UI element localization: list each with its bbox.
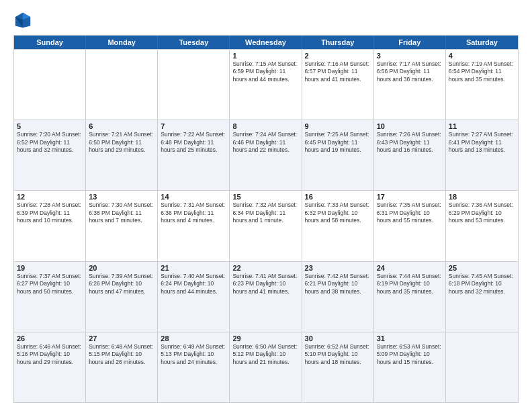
page: SundayMondayTuesdayWednesdayThursdayFrid… bbox=[0, 0, 532, 411]
day-info: Sunrise: 7:32 AM Sunset: 6:34 PM Dayligh… bbox=[232, 201, 298, 224]
day-info: Sunrise: 7:17 AM Sunset: 6:56 PM Dayligh… bbox=[377, 60, 443, 83]
day-cell-5: 5Sunrise: 7:20 AM Sunset: 6:52 PM Daylig… bbox=[14, 120, 86, 190]
day-cell-17: 17Sunrise: 7:35 AM Sunset: 6:31 PM Dayli… bbox=[374, 191, 446, 261]
day-number: 14 bbox=[161, 193, 226, 201]
day-cell-19: 19Sunrise: 7:37 AM Sunset: 6:27 PM Dayli… bbox=[14, 262, 86, 332]
day-cell-25: 25Sunrise: 7:45 AM Sunset: 6:18 PM Dayli… bbox=[446, 262, 518, 332]
day-number: 8 bbox=[232, 122, 298, 130]
day-cell-1: 1Sunrise: 7:15 AM Sunset: 6:59 PM Daylig… bbox=[230, 50, 302, 120]
day-number: 6 bbox=[89, 122, 154, 130]
day-cell-18: 18Sunrise: 7:36 AM Sunset: 6:29 PM Dayli… bbox=[446, 191, 518, 261]
day-number: 13 bbox=[89, 193, 154, 201]
day-info: Sunrise: 7:42 AM Sunset: 6:21 PM Dayligh… bbox=[305, 273, 371, 295]
day-cell-22: 22Sunrise: 7:41 AM Sunset: 6:23 PM Dayli… bbox=[230, 262, 302, 332]
day-number: 9 bbox=[305, 122, 371, 130]
day-cell-empty-0-2 bbox=[158, 50, 230, 120]
day-cell-12: 12Sunrise: 7:28 AM Sunset: 6:39 PM Dayli… bbox=[14, 191, 86, 261]
day-cell-30: 30Sunrise: 6:52 AM Sunset: 5:10 PM Dayli… bbox=[302, 332, 374, 402]
day-number: 12 bbox=[17, 193, 83, 201]
day-number: 21 bbox=[161, 264, 226, 272]
day-info: Sunrise: 7:16 AM Sunset: 6:57 PM Dayligh… bbox=[305, 60, 371, 83]
calendar: SundayMondayTuesdayWednesdayThursdayFrid… bbox=[13, 35, 519, 403]
day-number: 1 bbox=[232, 52, 298, 60]
day-number: 18 bbox=[449, 193, 515, 201]
day-info: Sunrise: 7:24 AM Sunset: 6:46 PM Dayligh… bbox=[232, 131, 298, 154]
day-number: 24 bbox=[377, 264, 443, 272]
logo bbox=[13, 11, 35, 30]
day-number: 19 bbox=[17, 264, 83, 272]
day-number: 2 bbox=[305, 52, 371, 60]
day-info: Sunrise: 7:45 AM Sunset: 6:18 PM Dayligh… bbox=[449, 273, 515, 295]
day-cell-23: 23Sunrise: 7:42 AM Sunset: 6:21 PM Dayli… bbox=[302, 262, 374, 332]
day-info: Sunrise: 6:52 AM Sunset: 5:10 PM Dayligh… bbox=[305, 343, 371, 366]
day-number: 10 bbox=[377, 122, 443, 130]
weekday-header-thursday: Thursday bbox=[302, 36, 374, 49]
calendar-row-4: 19Sunrise: 7:37 AM Sunset: 6:27 PM Dayli… bbox=[14, 261, 518, 332]
day-cell-29: 29Sunrise: 6:50 AM Sunset: 5:12 PM Dayli… bbox=[230, 332, 302, 402]
day-number: 16 bbox=[305, 193, 371, 201]
day-number: 20 bbox=[89, 264, 154, 272]
day-number: 15 bbox=[232, 193, 298, 201]
day-info: Sunrise: 7:30 AM Sunset: 6:38 PM Dayligh… bbox=[89, 201, 154, 224]
day-info: Sunrise: 7:26 AM Sunset: 6:43 PM Dayligh… bbox=[377, 131, 443, 154]
calendar-row-2: 5Sunrise: 7:20 AM Sunset: 6:52 PM Daylig… bbox=[14, 120, 518, 190]
day-info: Sunrise: 7:37 AM Sunset: 6:27 PM Dayligh… bbox=[17, 273, 83, 295]
day-cell-3: 3Sunrise: 7:17 AM Sunset: 6:56 PM Daylig… bbox=[374, 50, 446, 120]
day-cell-14: 14Sunrise: 7:31 AM Sunset: 6:36 PM Dayli… bbox=[158, 191, 230, 261]
day-info: Sunrise: 7:44 AM Sunset: 6:19 PM Dayligh… bbox=[377, 273, 443, 295]
day-cell-11: 11Sunrise: 7:27 AM Sunset: 6:41 PM Dayli… bbox=[446, 120, 518, 190]
day-number: 22 bbox=[232, 264, 298, 272]
day-cell-20: 20Sunrise: 7:39 AM Sunset: 6:26 PM Dayli… bbox=[86, 262, 158, 332]
day-cell-8: 8Sunrise: 7:24 AM Sunset: 6:46 PM Daylig… bbox=[230, 120, 302, 190]
day-info: Sunrise: 7:41 AM Sunset: 6:23 PM Dayligh… bbox=[232, 273, 298, 295]
day-number: 30 bbox=[305, 334, 371, 342]
day-number: 23 bbox=[305, 264, 371, 272]
day-cell-27: 27Sunrise: 6:48 AM Sunset: 5:15 PM Dayli… bbox=[86, 332, 158, 402]
day-number: 7 bbox=[161, 122, 226, 130]
day-info: Sunrise: 7:31 AM Sunset: 6:36 PM Dayligh… bbox=[161, 201, 226, 224]
day-cell-24: 24Sunrise: 7:44 AM Sunset: 6:19 PM Dayli… bbox=[374, 262, 446, 332]
day-number: 25 bbox=[449, 264, 515, 272]
day-number: 29 bbox=[232, 334, 298, 342]
weekday-header-saturday: Saturday bbox=[446, 36, 518, 49]
day-info: Sunrise: 6:49 AM Sunset: 5:13 PM Dayligh… bbox=[161, 343, 226, 366]
day-cell-empty-4-6 bbox=[446, 332, 518, 402]
day-cell-6: 6Sunrise: 7:21 AM Sunset: 6:50 PM Daylig… bbox=[86, 120, 158, 190]
day-info: Sunrise: 6:46 AM Sunset: 5:16 PM Dayligh… bbox=[17, 343, 83, 366]
calendar-header: SundayMondayTuesdayWednesdayThursdayFrid… bbox=[14, 36, 518, 49]
day-info: Sunrise: 7:36 AM Sunset: 6:29 PM Dayligh… bbox=[449, 201, 515, 224]
weekday-header-tuesday: Tuesday bbox=[158, 36, 230, 49]
day-cell-4: 4Sunrise: 7:19 AM Sunset: 6:54 PM Daylig… bbox=[446, 50, 518, 120]
day-cell-9: 9Sunrise: 7:25 AM Sunset: 6:45 PM Daylig… bbox=[302, 120, 374, 190]
day-cell-13: 13Sunrise: 7:30 AM Sunset: 6:38 PM Dayli… bbox=[86, 191, 158, 261]
day-cell-28: 28Sunrise: 6:49 AM Sunset: 5:13 PM Dayli… bbox=[158, 332, 230, 402]
calendar-row-5: 26Sunrise: 6:46 AM Sunset: 5:16 PM Dayli… bbox=[14, 332, 518, 402]
day-info: Sunrise: 7:27 AM Sunset: 6:41 PM Dayligh… bbox=[449, 131, 515, 154]
day-info: Sunrise: 7:25 AM Sunset: 6:45 PM Dayligh… bbox=[305, 131, 371, 154]
day-cell-31: 31Sunrise: 6:53 AM Sunset: 5:09 PM Dayli… bbox=[374, 332, 446, 402]
weekday-header-sunday: Sunday bbox=[14, 36, 86, 49]
day-number: 5 bbox=[17, 122, 83, 130]
day-info: Sunrise: 7:28 AM Sunset: 6:39 PM Dayligh… bbox=[17, 201, 83, 224]
logo-icon bbox=[13, 11, 32, 30]
day-info: Sunrise: 7:21 AM Sunset: 6:50 PM Dayligh… bbox=[89, 131, 154, 154]
day-cell-26: 26Sunrise: 6:46 AM Sunset: 5:16 PM Dayli… bbox=[14, 332, 86, 402]
day-info: Sunrise: 7:22 AM Sunset: 6:48 PM Dayligh… bbox=[161, 131, 226, 154]
day-info: Sunrise: 7:39 AM Sunset: 6:26 PM Dayligh… bbox=[89, 273, 154, 295]
weekday-header-friday: Friday bbox=[374, 36, 446, 49]
day-info: Sunrise: 7:19 AM Sunset: 6:54 PM Dayligh… bbox=[449, 60, 515, 83]
day-cell-empty-0-0 bbox=[14, 50, 86, 120]
calendar-row-3: 12Sunrise: 7:28 AM Sunset: 6:39 PM Dayli… bbox=[14, 190, 518, 261]
day-number: 27 bbox=[89, 334, 154, 342]
calendar-body: 1Sunrise: 7:15 AM Sunset: 6:59 PM Daylig… bbox=[14, 49, 518, 402]
day-cell-2: 2Sunrise: 7:16 AM Sunset: 6:57 PM Daylig… bbox=[302, 50, 374, 120]
day-cell-10: 10Sunrise: 7:26 AM Sunset: 6:43 PM Dayli… bbox=[374, 120, 446, 190]
day-number: 3 bbox=[377, 52, 443, 60]
calendar-row-1: 1Sunrise: 7:15 AM Sunset: 6:59 PM Daylig… bbox=[14, 49, 518, 120]
day-cell-7: 7Sunrise: 7:22 AM Sunset: 6:48 PM Daylig… bbox=[158, 120, 230, 190]
day-cell-16: 16Sunrise: 7:33 AM Sunset: 6:32 PM Dayli… bbox=[302, 191, 374, 261]
day-info: Sunrise: 7:15 AM Sunset: 6:59 PM Dayligh… bbox=[232, 60, 298, 83]
day-info: Sunrise: 6:48 AM Sunset: 5:15 PM Dayligh… bbox=[89, 343, 154, 366]
day-number: 11 bbox=[449, 122, 515, 130]
day-info: Sunrise: 7:40 AM Sunset: 6:24 PM Dayligh… bbox=[161, 273, 226, 295]
